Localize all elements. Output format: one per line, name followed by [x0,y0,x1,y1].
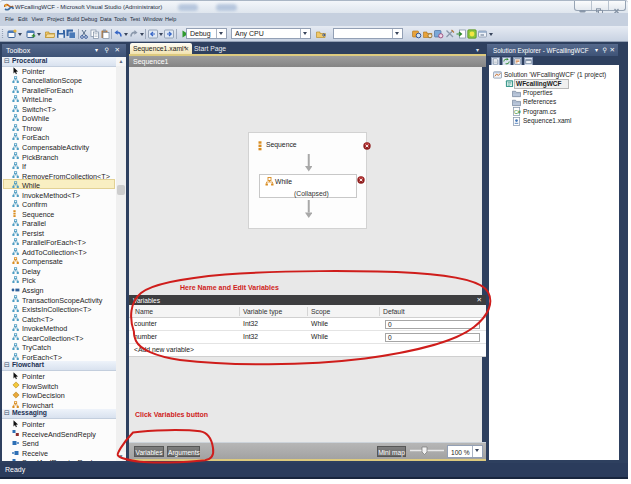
svg-text:C#: C# [514,109,521,115]
